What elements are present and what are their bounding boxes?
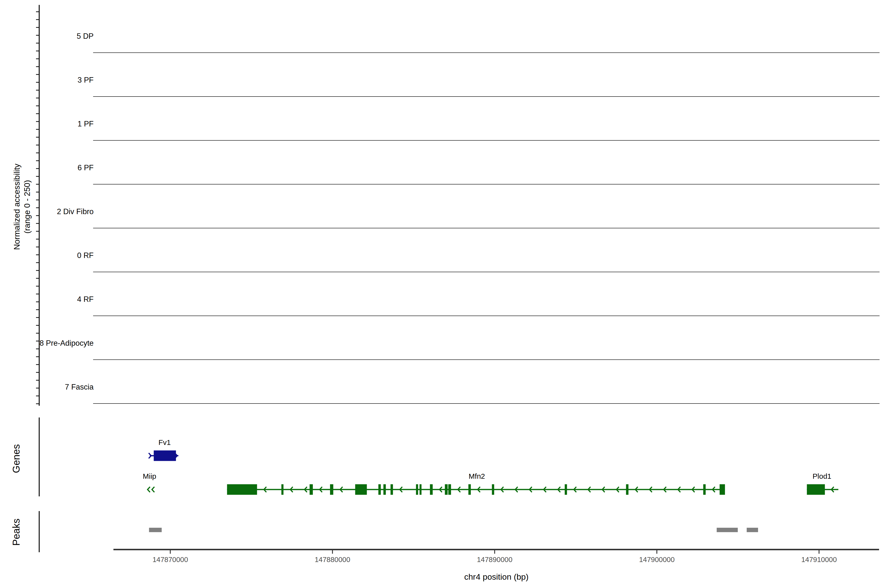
track-label: 8 Pre-Adipocyte — [39, 339, 94, 347]
track-label: 7 Fascia — [65, 383, 94, 391]
gene-exon — [310, 484, 313, 495]
gene-exon — [416, 484, 418, 495]
gene-name-label: Fv1 — [159, 438, 171, 446]
gene-exon — [355, 484, 367, 495]
genome-coverage-figure: Normalized accessibility (range 0 - 250)… — [0, 0, 882, 588]
track-label: 0 RF — [77, 251, 94, 260]
track-label: 5 DP — [76, 32, 94, 40]
gene-exon — [492, 484, 494, 495]
gene-exon — [378, 484, 381, 495]
gene-exon — [448, 484, 451, 495]
y-axis-label-line1: Normalized accessibility — [12, 164, 21, 250]
x-axis-tick-label: 147910000 — [801, 556, 837, 564]
gene-exon — [390, 484, 393, 495]
gene-exon — [281, 484, 284, 495]
gene-exon — [468, 484, 471, 495]
gene-exon — [626, 484, 628, 495]
gene-exon — [383, 484, 386, 495]
gene-exon — [445, 484, 448, 495]
track-label: 3 PF — [78, 76, 94, 84]
x-axis-title: chr4 position (bp) — [464, 572, 529, 581]
y-axis-label-line2: (range 0 - 250) — [22, 180, 32, 234]
track-label: 2 Div Fibro — [57, 207, 94, 216]
track-label: 1 PF — [78, 120, 94, 128]
gene-exon — [807, 484, 825, 495]
genes-section-label: Genes — [11, 444, 21, 473]
gene-exon — [430, 484, 433, 495]
x-axis-tick-label: 147900000 — [639, 556, 675, 564]
accessibility-peak-box — [149, 528, 162, 532]
x-axis-tick-label: 147880000 — [315, 556, 350, 564]
gene-exon — [720, 484, 725, 495]
peaks-section-label: Peaks — [11, 518, 21, 546]
accessibility-peak-box — [747, 528, 758, 532]
x-axis-tick-label: 147890000 — [477, 556, 512, 564]
accessibility-peak-box — [717, 528, 738, 532]
figure-background — [0, 0, 882, 588]
track-label: 4 RF — [77, 295, 94, 303]
gene-exon — [330, 484, 333, 495]
x-axis-tick-label: 147870000 — [152, 556, 188, 564]
gene-name-label: Mfn2 — [469, 472, 485, 480]
gene-exon — [420, 484, 422, 495]
gene-exon — [565, 484, 567, 495]
gene-name-label: Plod1 — [813, 472, 831, 480]
gene-exon — [154, 450, 176, 461]
gene-exon — [227, 484, 257, 495]
track-label: 6 PF — [78, 164, 94, 172]
gene-name-label: Miip — [143, 472, 156, 480]
gene-exon — [703, 484, 706, 495]
